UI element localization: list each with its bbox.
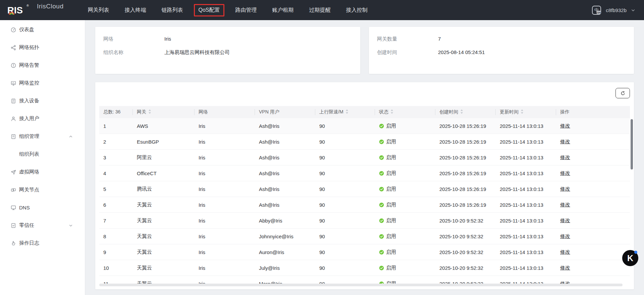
sidebar-item[interactable]: 组织管理	[0, 128, 85, 145]
column-header[interactable]: 上行限速/M	[315, 106, 375, 118]
info-card-value: 上海易瑞思云网科技有限公司	[164, 47, 230, 57]
navbar-right: 中 EN c8fb932b	[592, 5, 635, 15]
cell-vpn-user: Ash@Iris	[255, 118, 315, 134]
language-switch-button[interactable]: 中 EN	[592, 5, 601, 15]
sidebar-item[interactable]: 网关节点	[0, 181, 85, 199]
sidebar-item[interactable]: 网络监控	[0, 74, 85, 92]
modify-link[interactable]: 修改	[560, 265, 570, 271]
info-card: 网关数量 7 创建时间 2025-08-14 05:24:51	[369, 27, 634, 74]
sort-caret-icon[interactable]	[521, 109, 524, 114]
iriscloud-logo[interactable]: RIS ® IrisCloud	[7, 3, 63, 17]
modify-link[interactable]: 修改	[560, 123, 570, 129]
table-row: 5 腾讯云 Iris Ash@Iris 90 启用 2025-10-28 15:…	[99, 181, 630, 197]
ris-logo-icon: RIS ®	[7, 3, 33, 17]
horizontal-scrollbar-thumb[interactable]	[99, 284, 623, 286]
cell-created-time: 2025-10-20 9:52:32	[435, 260, 496, 276]
sort-caret-icon[interactable]	[148, 109, 151, 114]
account-chevron-down-icon[interactable]	[631, 8, 635, 12]
logo-text: RIS	[7, 5, 23, 15]
vertical-scrollbar-thumb[interactable]	[631, 119, 633, 169]
nav-item[interactable]: 网关列表	[88, 7, 109, 14]
sidebar-item-label: 组织列表	[19, 151, 39, 157]
sort-caret-icon[interactable]	[345, 109, 348, 114]
table-row: 9 天翼云 Iris Auron@Iris 90 启用 2025-10-20 9…	[99, 244, 630, 260]
cell-index: 1	[99, 118, 133, 134]
cell-up-limit: 90	[315, 134, 375, 150]
modify-link[interactable]: 修改	[560, 217, 570, 223]
column-header[interactable]: 状态	[375, 106, 435, 118]
cell-up-limit: 90	[315, 260, 375, 276]
info-card-label: 创建时间	[377, 47, 438, 57]
nav-item[interactable]: 接入控制	[346, 7, 368, 14]
sidebar-item[interactable]: 网络拓扑	[0, 39, 85, 56]
cell-updated-time: 2025-11-14 13:0:13	[496, 165, 556, 181]
cell-up-limit: 90	[315, 229, 375, 244]
notification-dot	[634, 251, 637, 254]
cell-action: 修改	[556, 181, 630, 197]
qos-table-wrap: 总数: 36 网关 网络 VPN 用户 上行限速/M 状态 创建时间 更新时间 …	[99, 106, 630, 292]
sidebar-item[interactable]: 虚拟网络	[0, 163, 85, 181]
sort-caret-icon[interactable]	[460, 109, 463, 114]
top-navbar: RIS ® IrisCloud 网关列表接入终端链路列表QoS配置路由管理账户租…	[0, 0, 644, 20]
nav-item-label: 链路列表	[161, 7, 183, 13]
nav-item-active-annotated[interactable]: QoS配置	[198, 7, 220, 14]
sidebar-item[interactable]: 网络告警	[0, 56, 85, 74]
nav-item[interactable]: 账户租期	[272, 7, 294, 14]
chevron-up-icon[interactable]	[69, 135, 73, 139]
cell-index: 3	[99, 150, 133, 165]
modify-link[interactable]: 修改	[560, 202, 570, 207]
refresh-button[interactable]	[615, 88, 630, 98]
column-header[interactable]: 网关	[133, 106, 195, 118]
sort-caret-icon[interactable]	[390, 109, 393, 114]
status-enabled-icon	[379, 218, 384, 223]
nav-item[interactable]: 过期提醒	[309, 7, 331, 14]
device-icon	[10, 98, 16, 104]
sidebar-item[interactable]: 操作日志	[0, 234, 85, 252]
cell-vpn-user: Ash@Iris	[255, 150, 315, 165]
modify-link[interactable]: 修改	[560, 170, 570, 176]
column-header[interactable]: 更新时间	[496, 106, 556, 118]
cell-status: 启用	[375, 181, 435, 197]
column-header: 操作	[556, 106, 630, 118]
modify-link[interactable]: 修改	[560, 139, 570, 144]
sidebar-item[interactable]: DNS	[0, 199, 85, 216]
cell-action: 修改	[556, 244, 630, 260]
modify-link[interactable]: 修改	[560, 154, 570, 160]
cell-up-limit: 90	[315, 244, 375, 260]
status-label: 启用	[386, 217, 396, 224]
column-header-label: 创建时间	[439, 109, 458, 114]
sidebar-item[interactable]: 组织列表	[0, 145, 85, 163]
top-nav: 网关列表接入终端链路列表QoS配置路由管理账户租期过期提醒接入控制	[88, 7, 383, 14]
cell-vpn-user: Ash@Iris	[255, 181, 315, 197]
chevron-down-icon[interactable]	[69, 224, 73, 228]
modify-link[interactable]: 修改	[560, 249, 570, 255]
brand-name: IrisCloud	[37, 3, 63, 10]
sidebar-item[interactable]: 接入设备	[0, 92, 85, 110]
info-card-row: 创建时间 2025-08-14 05:24:51	[377, 47, 626, 57]
main-content: 网络 Iris 组织名称 上海易瑞思云网科技有限公司 网关数量 7 创建时间 2…	[85, 20, 644, 295]
column-header[interactable]: 创建时间	[435, 106, 496, 118]
nav-item[interactable]: 路由管理	[235, 7, 257, 14]
sidebar-item[interactable]: 接入用户	[0, 110, 85, 128]
nav-item[interactable]: 接入终端	[124, 7, 146, 14]
cell-action: 修改	[556, 197, 630, 213]
floating-k-badge[interactable]: K	[622, 250, 638, 266]
sidebar-item[interactable]: 仪表盘	[0, 21, 85, 39]
column-header-label: 网关	[137, 109, 146, 114]
account-id[interactable]: c8fb932b	[606, 7, 627, 13]
nav-item[interactable]: 链路列表	[161, 7, 183, 14]
status-enabled-icon	[379, 171, 384, 176]
nav-item-label: QoS配置	[194, 4, 224, 16]
sidebar-item[interactable]: 零信任	[0, 216, 85, 234]
modify-link[interactable]: 修改	[560, 233, 570, 239]
k-badge-letter: K	[627, 253, 633, 263]
cell-gateway: 天翼云	[133, 197, 195, 213]
cell-up-limit: 90	[315, 118, 375, 134]
cell-action: 修改	[556, 260, 630, 276]
cell-created-time: 2025-10-20 9:52:32	[435, 229, 496, 244]
modify-link[interactable]: 修改	[560, 186, 570, 192]
sidebar-menu: 仪表盘 网络拓扑 网络告警 网络监控 接入设备 接入用户 组织管理 组织列表 虚…	[0, 21, 85, 252]
qos-table-card: 总数: 36 网关 网络 VPN 用户 上行限速/M 状态 创建时间 更新时间 …	[95, 82, 634, 289]
status-label: 启用	[386, 139, 396, 145]
cell-created-time: 2025-10-20 9:52:32	[435, 244, 496, 260]
